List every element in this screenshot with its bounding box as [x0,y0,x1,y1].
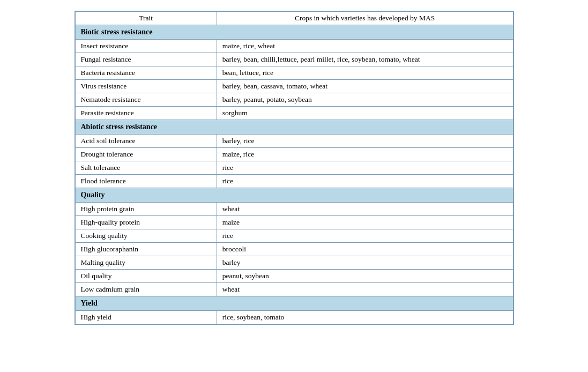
table-row: Cooking qualityrice [75,229,513,243]
trait-cell: Nematode resistance [75,93,217,107]
table-row: Acid soil tolerancebarley, rice [75,135,513,148]
crops-cell: barley, bean, chilli,lettuce, pearl mill… [217,53,513,66]
table-row: Bacteria resistancebean, lettuce, rice [75,66,513,80]
header-trait: Trait [75,12,217,25]
crops-cell: maize, rice, wheat [217,40,513,53]
section-title: Abiotic stress resistance [75,120,513,135]
trait-cell: Oil quality [75,270,217,283]
table-row: Parasite resistancesorghum [75,107,513,120]
crops-cell: maize, rice [217,148,513,161]
trait-cell: Low cadmium grain [75,283,217,296]
table-row: High yieldrice, soybean, tomato [75,311,513,324]
trait-cell: High protein grain [75,203,217,216]
trait-cell: Acid soil tolerance [75,135,217,148]
crops-cell: rice [217,229,513,243]
table-row: Fungal resistancebarley, bean, chilli,le… [75,53,513,66]
table-row: High protein grainwheat [75,203,513,216]
section-title: Quality [75,188,513,203]
table-row: Drought tolerancemaize, rice [75,148,513,161]
crops-cell: broccoli [217,243,513,256]
table-row: Flood tolerancerice [75,175,513,188]
trait-cell: High yield [75,311,217,324]
trait-cell: High glucoraphanin [75,243,217,256]
trait-cell: Salt tolerance [75,161,217,175]
table-row: High-quality proteinmaize [75,216,513,229]
section-header-row: Quality [75,188,513,203]
crops-cell: barley, rice [217,135,513,148]
trait-cell: Virus resistance [75,80,217,93]
table-row: High glucoraphaninbroccoli [75,243,513,256]
crops-cell: wheat [217,203,513,216]
section-title: Yield [75,296,513,311]
trait-cell: Drought tolerance [75,148,217,161]
section-header-row: Yield [75,296,513,311]
main-table-container: Trait Crops in which varieties has devel… [75,11,514,325]
trait-cell: Flood tolerance [75,175,217,188]
trait-cell: Malting quality [75,256,217,270]
section-header-row: Abiotic stress resistance [75,120,513,135]
trait-cell: Insect resistance [75,40,217,53]
table-row: Virus resistancebarley, bean, cassava, t… [75,80,513,93]
trait-cell: Bacteria resistance [75,66,217,80]
table-row: Nematode resistancebarley, peanut, potat… [75,93,513,107]
crops-cell: rice [217,161,513,175]
crops-cell: wheat [217,283,513,296]
crops-cell: barley, peanut, potato, soybean [217,93,513,107]
crops-cell: rice [217,175,513,188]
crops-cell: bean, lettuce, rice [217,66,513,80]
header-crops: Crops in which varieties has developed b… [217,12,513,25]
trait-cell: Fungal resistance [75,53,217,66]
section-title: Biotic stress resistance [75,25,513,40]
crops-cell: barley, bean, cassava, tomato, wheat [217,80,513,93]
crops-cell: barley [217,256,513,270]
trait-cell: High-quality protein [75,216,217,229]
crops-cell: maize [217,216,513,229]
section-header-row: Biotic stress resistance [75,25,513,40]
trait-cell: Parasite resistance [75,107,217,120]
table-row: Low cadmium grainwheat [75,283,513,296]
table-row: Insect resistancemaize, rice, wheat [75,40,513,53]
table-row: Salt tolerancerice [75,161,513,175]
crops-cell: peanut, soybean [217,270,513,283]
table-row: Oil qualitypeanut, soybean [75,270,513,283]
table-header-row: Trait Crops in which varieties has devel… [75,12,513,25]
trait-cell: Cooking quality [75,229,217,243]
table-row: Malting qualitybarley [75,256,513,270]
crops-cell: rice, soybean, tomato [217,311,513,324]
crops-cell: sorghum [217,107,513,120]
